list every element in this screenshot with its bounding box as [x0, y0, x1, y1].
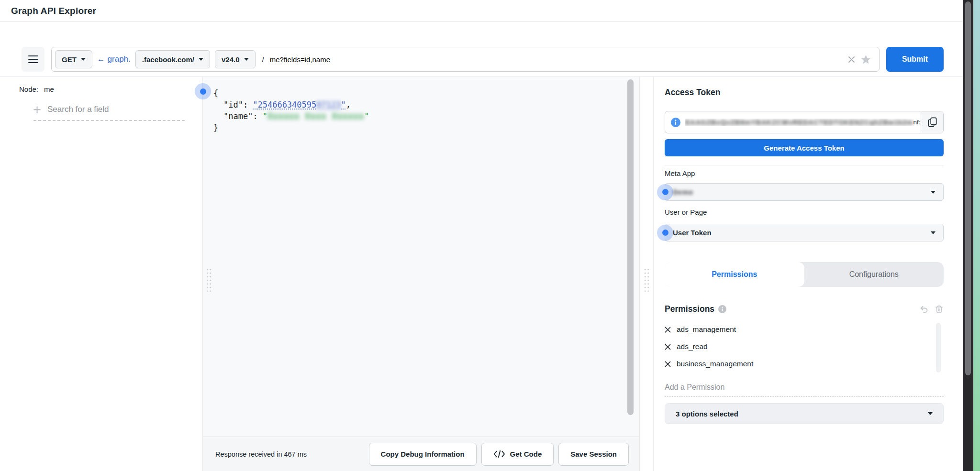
- response-panel: { "id":"25466634059587123", "name":"Xxxx…: [203, 77, 640, 471]
- json-open-brace: {: [213, 88, 218, 98]
- token-redacted: EAAGZBxQvZB8mYBAKZCWvREDACTEDTOKENZCqhZB…: [685, 119, 913, 126]
- chevron-down-icon: [928, 412, 933, 415]
- access-token-value: EAAGZBxQvZB8mYBAKZCWvREDACTEDTOKENZCqhZB…: [685, 119, 921, 126]
- app-header: Graph API Explorer: [0, 0, 963, 22]
- chevron-down-icon: [81, 58, 86, 61]
- name-value-redacted: Xxxxxx Xxxx Xxxxxx: [267, 111, 364, 121]
- get-code-button[interactable]: Get Code: [481, 443, 554, 466]
- token-info-icon[interactable]: [671, 118, 680, 127]
- chevron-down-icon: [931, 191, 935, 194]
- remove-permission-icon[interactable]: [665, 344, 671, 350]
- fields-sidebar: Node: me Search for a field: [0, 77, 203, 471]
- meta-app-value-redacted: Demo: [673, 188, 693, 196]
- info-icon[interactable]: [718, 305, 726, 313]
- method-label: GET: [62, 55, 77, 64]
- token-panel: Access Token EAAGZBxQvZB8mYBAKZCWvREDACT…: [653, 77, 963, 471]
- undo-icon[interactable]: [919, 305, 929, 314]
- permission-label: business_management: [677, 360, 753, 368]
- code-icon: [493, 450, 505, 458]
- response-scrollbar[interactable]: [627, 79, 634, 415]
- node-label: Node:: [19, 85, 38, 93]
- json-response: { "id":"25466634059587123", "name":"Xxxx…: [203, 77, 639, 133]
- trash-icon[interactable]: [935, 305, 944, 314]
- user-or-page-value: User Token: [673, 229, 712, 237]
- user-or-page-label: User or Page: [665, 208, 944, 216]
- page-title: Graph API Explorer: [11, 6, 96, 16]
- id-value-redacted: 87123: [316, 100, 341, 110]
- permissions-header: Permissions: [665, 304, 944, 314]
- request-toolbar: GET ← graph. .facebook.com/ v24.0 / me?f…: [22, 47, 944, 72]
- permission-row: ads_management: [665, 321, 944, 338]
- favorite-star-icon[interactable]: [860, 54, 871, 65]
- tab-configurations[interactable]: Configurations: [804, 262, 944, 287]
- divider: [665, 165, 944, 165]
- resize-handle-left[interactable]: [206, 268, 212, 294]
- permissions-summary-dropdown[interactable]: 3 options selected: [665, 403, 944, 424]
- menu-button[interactable]: [22, 47, 45, 72]
- node-value: me: [44, 85, 54, 93]
- hamburger-icon: [28, 55, 38, 57]
- resize-handle-right[interactable]: [644, 268, 650, 294]
- chevron-down-icon: [931, 231, 935, 234]
- add-permission-input[interactable]: Add a Permission: [665, 383, 944, 397]
- clear-path-icon[interactable]: [847, 55, 856, 64]
- meta-app-label: Meta App: [665, 169, 944, 177]
- path-input[interactable]: me?fields=id,name: [270, 55, 330, 64]
- desktop-background-strip: [973, 0, 980, 471]
- permissions-list: ads_management ads_read business_managem…: [665, 321, 944, 372]
- permission-label: ads_read: [677, 342, 708, 351]
- add-permission-placeholder: Add a Permission: [665, 383, 724, 391]
- window-scrollbar-thumb[interactable]: [965, 1, 971, 375]
- remove-permission-icon[interactable]: [665, 327, 671, 333]
- access-token-field[interactable]: EAAGZBxQvZB8mYBAKZCWvREDACTEDTOKENZCqhZB…: [665, 111, 944, 133]
- field-search-input[interactable]: Search for a field: [33, 105, 185, 121]
- permissions-heading: Permissions: [665, 304, 714, 314]
- version-dropdown[interactable]: v24.0: [215, 50, 256, 68]
- main-content: Node: me Search for a field { "id":"2546…: [0, 77, 963, 471]
- app-window: Graph API Explorer GET ← graph. .faceboo…: [0, 0, 963, 471]
- request-url-bar: GET ← graph. .facebook.com/ v24.0 / me?f…: [51, 47, 880, 72]
- permission-row: ads_read: [665, 338, 944, 355]
- version-label: v24.0: [222, 55, 240, 64]
- graph-api-explorer-app: Graph API Explorer GET ← graph. .faceboo…: [0, 0, 980, 471]
- panel-gutter: [640, 77, 653, 471]
- id-value-visible: 254666340595: [257, 100, 316, 110]
- response-status: Response received in 467 ms: [215, 450, 307, 458]
- copy-debug-button[interactable]: Copy Debug Information: [369, 443, 477, 466]
- access-token-heading: Access Token: [665, 88, 944, 98]
- window-scrollbar[interactable]: [963, 0, 973, 471]
- chevron-down-icon: [199, 58, 203, 61]
- permissions-scrollbar[interactable]: [936, 323, 941, 372]
- field-search-placeholder: Search for a field: [47, 105, 109, 114]
- tour-pulse-dot: [657, 184, 673, 200]
- options-selected-label: 3 options selected: [676, 410, 738, 418]
- generate-access-token-button[interactable]: Generate Access Token: [665, 139, 944, 156]
- response-footer: Response received in 467 ms Copy Debug I…: [203, 437, 639, 471]
- domain-dropdown[interactable]: .facebook.com/: [135, 50, 210, 68]
- graph-host-link[interactable]: ← graph.: [97, 55, 131, 64]
- tab-permissions[interactable]: Permissions: [665, 262, 804, 287]
- path-separator: /: [262, 55, 264, 64]
- name-value: "Xxxxxx Xxxx Xxxxxx": [263, 111, 369, 121]
- domain-label: .facebook.com/: [142, 55, 194, 64]
- permission-label: ads_management: [677, 325, 736, 334]
- plus-icon: [33, 106, 41, 113]
- node-id-link[interactable]: "25466634059587123": [253, 100, 346, 110]
- method-dropdown[interactable]: GET: [55, 50, 92, 68]
- permission-row: business_management: [665, 355, 944, 372]
- tour-pulse-dot: [657, 225, 673, 241]
- json-close-brace: }: [213, 123, 218, 132]
- submit-button[interactable]: Submit: [886, 47, 944, 72]
- json-id-key: "id": [223, 100, 243, 110]
- copy-token-button[interactable]: [921, 111, 943, 133]
- user-or-page-dropdown[interactable]: User Token: [665, 224, 944, 241]
- meta-app-dropdown[interactable]: Demo: [665, 183, 944, 201]
- node-row: Node: me: [19, 85, 202, 93]
- json-name-key: "name": [223, 111, 253, 121]
- chevron-down-icon: [244, 58, 249, 61]
- remove-permission-icon[interactable]: [665, 361, 671, 367]
- save-session-button[interactable]: Save Session: [558, 443, 629, 466]
- token-tabs: Permissions Configurations: [665, 262, 944, 287]
